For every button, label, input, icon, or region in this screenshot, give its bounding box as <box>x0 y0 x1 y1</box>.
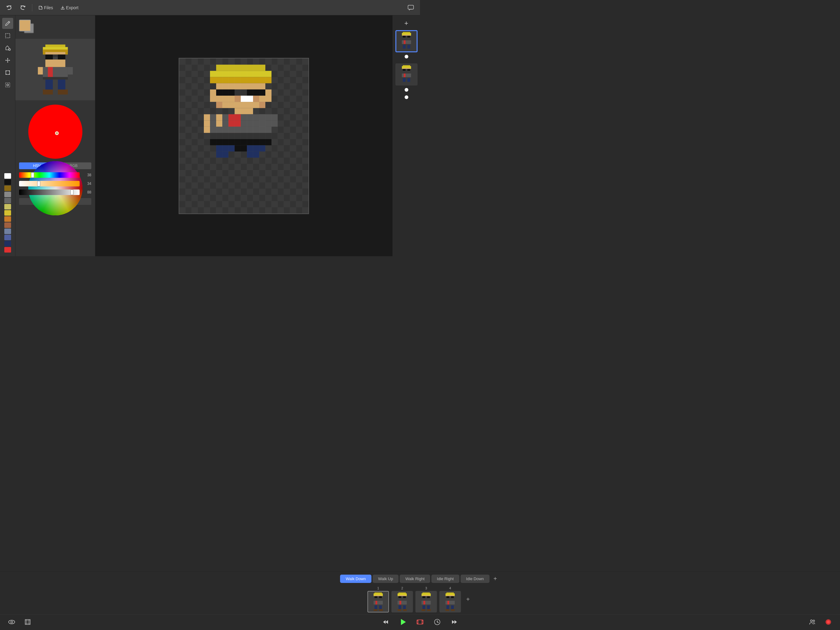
layer-dot-1[interactable] <box>405 55 408 59</box>
primary-color[interactable] <box>19 20 31 32</box>
export-label: Export <box>66 5 78 10</box>
hue-slider[interactable] <box>19 172 80 178</box>
svg-rect-41 <box>407 36 410 38</box>
svg-rect-50 <box>407 69 410 71</box>
svg-rect-15 <box>9 74 10 75</box>
svg-rect-21 <box>45 52 65 54</box>
color-wheel-canvas[interactable] <box>28 161 83 216</box>
fill-tool[interactable] <box>2 43 13 54</box>
sat-value: 34 <box>82 182 91 186</box>
layer-dot-3[interactable] <box>405 95 408 99</box>
svg-rect-53 <box>403 78 406 82</box>
svg-point-17 <box>7 84 9 86</box>
sprite-thumb-svg-2 <box>397 65 416 84</box>
svg-rect-29 <box>68 67 73 74</box>
swatch-navy[interactable] <box>4 241 11 246</box>
svg-rect-40 <box>403 36 406 38</box>
undo-button[interactable] <box>4 2 15 13</box>
topbar-right <box>405 2 416 13</box>
svg-rect-45 <box>407 45 410 49</box>
pixel-canvas[interactable] <box>178 58 309 214</box>
sprite-thumb-1[interactable] <box>395 30 418 52</box>
add-sprite-button[interactable]: + <box>401 18 412 29</box>
svg-rect-44 <box>403 45 406 49</box>
brush-tool[interactable] <box>2 18 13 29</box>
sat-slider[interactable] <box>19 181 80 187</box>
move-tool[interactable] <box>2 55 13 66</box>
sat-slider-thumb <box>37 181 40 187</box>
swatch-sienna[interactable] <box>4 222 11 228</box>
color-section: HSV RGB 38 34 88 <box>15 100 95 256</box>
transform-tool[interactable] <box>2 67 13 78</box>
svg-rect-24 <box>52 54 57 57</box>
svg-rect-0 <box>408 5 414 9</box>
svg-rect-49 <box>403 69 406 71</box>
chat-button[interactable] <box>405 2 416 13</box>
svg-rect-25 <box>45 60 65 67</box>
swatch-gray[interactable] <box>4 192 11 197</box>
val-slider[interactable] <box>19 190 80 195</box>
svg-rect-51 <box>402 73 411 77</box>
svg-rect-48 <box>403 68 410 69</box>
tools-panel <box>0 15 15 256</box>
svg-rect-34 <box>58 90 68 95</box>
swatch-red[interactable] <box>4 247 11 253</box>
layer-dot-2[interactable] <box>405 88 408 92</box>
svg-marker-7 <box>7 58 8 59</box>
svg-line-1 <box>8 22 9 23</box>
topbar: Files Export <box>0 0 420 15</box>
wand-tool[interactable] <box>2 79 13 90</box>
swatch-orange[interactable] <box>4 216 11 222</box>
swatch-steel[interactable] <box>4 229 11 234</box>
svg-rect-28 <box>38 67 43 74</box>
swatch-black[interactable] <box>4 179 11 185</box>
svg-rect-22 <box>45 54 52 59</box>
svg-rect-13 <box>9 70 10 71</box>
sprite-thumb-2[interactable] <box>395 63 418 85</box>
svg-rect-43 <box>404 40 406 44</box>
redo-button[interactable] <box>17 2 28 13</box>
svg-rect-52 <box>404 73 406 77</box>
val-value: 88 <box>82 190 91 195</box>
right-panel: + <box>392 15 420 256</box>
svg-rect-30 <box>43 77 68 79</box>
svg-rect-26 <box>43 67 68 77</box>
swatch-brown[interactable] <box>4 185 11 191</box>
sprite-preview <box>15 39 95 100</box>
color-wheel-dot <box>55 131 59 135</box>
svg-rect-12 <box>6 70 6 71</box>
files-button[interactable]: Files <box>36 4 56 11</box>
svg-rect-27 <box>47 67 52 77</box>
topbar-separator <box>32 4 32 11</box>
svg-rect-2 <box>6 33 10 38</box>
color-swatches <box>3 172 12 254</box>
svg-marker-9 <box>5 60 6 61</box>
preview-svg <box>35 43 75 96</box>
swatch-yellow2[interactable] <box>4 210 11 216</box>
svg-rect-54 <box>407 78 410 82</box>
swatch-blue1[interactable] <box>4 235 11 240</box>
svg-rect-42 <box>402 40 411 44</box>
canvas-area <box>95 15 392 256</box>
swatch-white[interactable] <box>4 173 11 179</box>
left-panel: HSV RGB 38 34 88 <box>15 15 95 256</box>
hue-value: 38 <box>82 173 91 177</box>
svg-rect-32 <box>58 80 65 90</box>
files-label: Files <box>44 5 53 10</box>
hue-slider-thumb <box>31 172 34 178</box>
color-wheel[interactable] <box>28 104 83 159</box>
svg-rect-14 <box>6 74 6 75</box>
svg-rect-23 <box>58 54 65 59</box>
svg-rect-16 <box>6 83 10 87</box>
svg-rect-39 <box>403 35 410 36</box>
svg-rect-31 <box>45 80 52 90</box>
swatch-darkgray[interactable] <box>4 198 11 203</box>
val-slider-thumb <box>70 190 74 195</box>
svg-marker-10 <box>9 60 10 61</box>
select-rect-tool[interactable] <box>2 30 13 41</box>
sprite-thumb-svg-1 <box>397 32 416 51</box>
swatch-yellow1[interactable] <box>4 204 11 209</box>
main-area: HSV RGB 38 34 88 <box>0 15 420 315</box>
export-button[interactable]: Export <box>58 4 81 11</box>
svg-rect-33 <box>43 90 53 95</box>
